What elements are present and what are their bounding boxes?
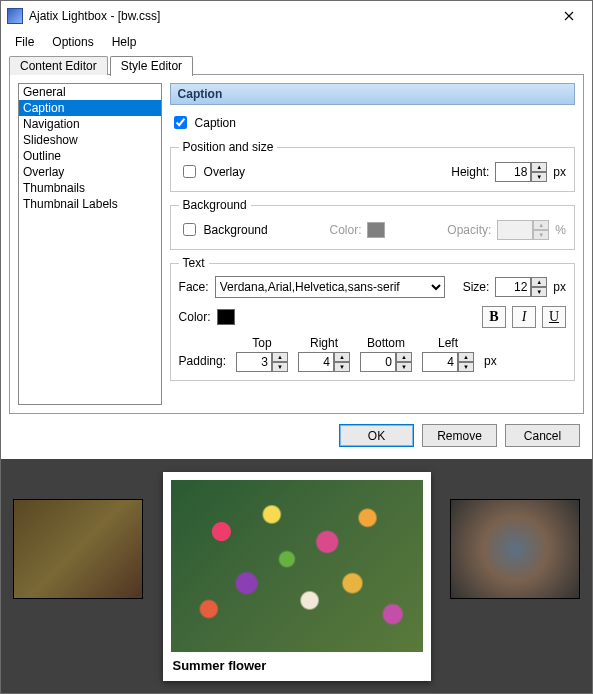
height-up[interactable]: ▲ (531, 162, 547, 172)
close-icon (564, 11, 574, 21)
padding-unit: px (484, 354, 497, 372)
pad-top-label: Top (252, 336, 271, 350)
background-legend: Background (179, 198, 251, 212)
pad-right-label: Right (310, 336, 338, 350)
size-input[interactable] (495, 277, 531, 297)
cat-slideshow[interactable]: Slideshow (19, 132, 161, 148)
background-checkbox-row[interactable]: Background (179, 218, 268, 241)
cat-outline[interactable]: Outline (19, 148, 161, 164)
menubar: File Options Help (1, 31, 592, 53)
pad-right-down[interactable]: ▼ (334, 362, 350, 372)
opacity-up: ▲ (533, 220, 549, 230)
editor-pane: General Caption Navigation Slideshow Out… (9, 74, 584, 414)
close-button[interactable] (546, 1, 592, 31)
size-down[interactable]: ▼ (531, 287, 547, 297)
menu-options[interactable]: Options (44, 33, 101, 51)
opacity-unit: % (555, 223, 566, 237)
opacity-label: Opacity: (447, 223, 491, 237)
pad-bottom-label: Bottom (367, 336, 405, 350)
tab-content-editor[interactable]: Content Editor (9, 56, 108, 75)
pad-right-up[interactable]: ▲ (334, 352, 350, 362)
pad-left-up[interactable]: ▲ (458, 352, 474, 362)
pad-bottom-down[interactable]: ▼ (396, 362, 412, 372)
caption-checkbox-row[interactable]: Caption (170, 111, 575, 134)
tabs-area: Content Editor Style Editor (1, 53, 592, 74)
preview-area: Summer flower (1, 459, 592, 693)
pad-left-down[interactable]: ▼ (458, 362, 474, 372)
bold-button[interactable]: B (482, 306, 506, 328)
preview-image (171, 480, 423, 652)
height-unit: px (553, 165, 566, 179)
thumb-prev[interactable] (13, 499, 143, 599)
pad-top-down[interactable]: ▼ (272, 362, 288, 372)
position-size-group: Position and size Overlay Height: ▲▼ px (170, 140, 575, 192)
preview-card: Summer flower (163, 472, 431, 681)
caption-panel: Caption Caption Position and size Overla… (170, 83, 575, 405)
text-group: Text Face: Verdana,Arial,Helvetica,sans-… (170, 256, 575, 381)
thumb-next[interactable] (450, 499, 580, 599)
text-color-swatch[interactable] (217, 309, 235, 325)
pad-right-input[interactable] (298, 352, 334, 372)
pad-bottom-input[interactable] (360, 352, 396, 372)
caption-checkbox[interactable] (174, 116, 187, 129)
underline-button[interactable]: U (542, 306, 566, 328)
face-label: Face: (179, 280, 209, 294)
menu-file[interactable]: File (7, 33, 42, 51)
opacity-down: ▼ (533, 230, 549, 240)
background-checkbox[interactable] (183, 223, 196, 236)
pad-bottom-up[interactable]: ▲ (396, 352, 412, 362)
position-size-legend: Position and size (179, 140, 278, 154)
height-spinner[interactable]: ▲▼ (495, 162, 547, 182)
text-legend: Text (179, 256, 209, 270)
app-icon (7, 8, 23, 24)
background-checkbox-label: Background (204, 223, 268, 237)
pad-left-input[interactable] (422, 352, 458, 372)
bg-color-swatch (367, 222, 385, 238)
height-label: Height: (451, 165, 489, 179)
category-list[interactable]: General Caption Navigation Slideshow Out… (18, 83, 162, 405)
thumb-next-image (451, 500, 579, 598)
pad-top-input[interactable] (236, 352, 272, 372)
overlay-checkbox-row[interactable]: Overlay (179, 160, 245, 183)
panel-header: Caption (170, 83, 575, 105)
cat-navigation[interactable]: Navigation (19, 116, 161, 132)
opacity-spinner: ▲▼ (497, 220, 549, 240)
size-spinner[interactable]: ▲▼ (495, 277, 547, 297)
buttons-row: OK Remove Cancel (1, 414, 592, 459)
preview-caption: Summer flower (171, 652, 423, 675)
remove-button[interactable]: Remove (422, 424, 497, 447)
menu-help[interactable]: Help (104, 33, 145, 51)
height-down[interactable]: ▼ (531, 172, 547, 182)
size-unit: px (553, 280, 566, 294)
overlay-checkbox[interactable] (183, 165, 196, 178)
height-input[interactable] (495, 162, 531, 182)
cancel-button[interactable]: Cancel (505, 424, 580, 447)
cat-thumbnail-labels[interactable]: Thumbnail Labels (19, 196, 161, 212)
opacity-input (497, 220, 533, 240)
window: Ajatix Lightbox - [bw.css] File Options … (0, 0, 593, 694)
window-title: Ajatix Lightbox - [bw.css] (29, 9, 546, 23)
pad-top-up[interactable]: ▲ (272, 352, 288, 362)
thumb-prev-image (14, 500, 142, 598)
titlebar: Ajatix Lightbox - [bw.css] (1, 1, 592, 31)
background-group: Background Background Color: Opacity: (170, 198, 575, 250)
cat-general[interactable]: General (19, 84, 161, 100)
tab-style-editor[interactable]: Style Editor (110, 56, 193, 76)
padding-label: Padding: (179, 354, 226, 372)
text-color-label: Color: (179, 310, 211, 324)
cat-thumbnails[interactable]: Thumbnails (19, 180, 161, 196)
bg-color-label: Color: (329, 223, 361, 237)
cat-overlay[interactable]: Overlay (19, 164, 161, 180)
pad-left-label: Left (438, 336, 458, 350)
ok-button[interactable]: OK (339, 424, 414, 447)
tabs-row: Content Editor Style Editor (9, 55, 584, 75)
face-select[interactable]: Verdana,Arial,Helvetica,sans-serif (215, 276, 445, 298)
caption-checkbox-label: Caption (195, 116, 236, 130)
cat-caption[interactable]: Caption (19, 100, 161, 116)
italic-button[interactable]: I (512, 306, 536, 328)
size-up[interactable]: ▲ (531, 277, 547, 287)
overlay-checkbox-label: Overlay (204, 165, 245, 179)
size-label: Size: (463, 280, 490, 294)
